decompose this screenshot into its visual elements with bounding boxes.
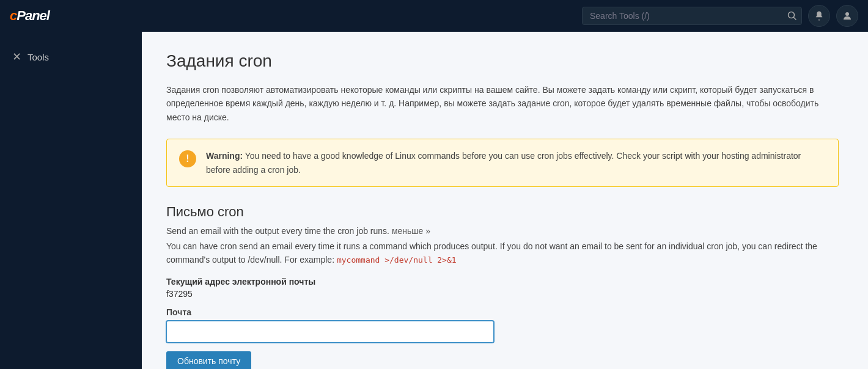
current-email-value: f37295 <box>166 289 844 299</box>
logo-c: c <box>10 8 17 23</box>
warning-icon: ! <box>179 150 196 167</box>
less-link[interactable]: меньше » <box>392 226 430 236</box>
notifications-button[interactable] <box>808 5 830 27</box>
sidebar: ✕ Tools <box>0 32 142 369</box>
tools-icon: ✕ <box>12 50 21 64</box>
page-description: Задания cron позволяют автоматизировать … <box>166 83 839 124</box>
svg-point-2 <box>845 12 849 16</box>
page-title: Задания cron <box>166 51 844 71</box>
cpanel-logo: cPanel <box>10 8 50 24</box>
bell-icon <box>814 10 825 21</box>
sidebar-item-tools[interactable]: ✕ Tools <box>0 44 142 70</box>
main-content: Задания cron Задания cron позволяют авто… <box>142 32 868 369</box>
email-section-title: Письмо cron <box>166 204 844 220</box>
warning-detail: You need to have a good knowledge of Lin… <box>206 151 801 174</box>
code-example: mycommand >/dev/null 2>&1 <box>337 255 457 265</box>
email-section-detail: You can have cron send an email every ti… <box>166 239 844 267</box>
email-section-desc-short: Send an email with the output every time… <box>166 226 844 236</box>
warning-label: Warning: <box>206 151 243 161</box>
header-right <box>582 5 858 27</box>
layout: ✕ Tools Задания cron Задания cron позвол… <box>0 32 868 369</box>
warning-box: ! Warning: You need to have a good knowl… <box>166 139 839 187</box>
search-container <box>582 7 802 25</box>
email-input[interactable] <box>166 321 494 343</box>
update-email-button[interactable]: Обновить почту <box>166 351 251 369</box>
sidebar-item-label: Tools <box>28 52 49 62</box>
user-button[interactable] <box>836 5 858 27</box>
email-field-label: Почта <box>166 307 844 317</box>
user-icon <box>842 10 853 21</box>
search-icon <box>787 11 797 21</box>
search-button[interactable] <box>787 11 797 21</box>
search-input[interactable] <box>582 7 802 25</box>
svg-line-1 <box>794 18 796 20</box>
header: cPanel <box>0 0 868 32</box>
warning-text: Warning: You need to have a good knowled… <box>206 149 826 177</box>
current-email-label: Текущий адрес электронной почты <box>166 277 844 287</box>
